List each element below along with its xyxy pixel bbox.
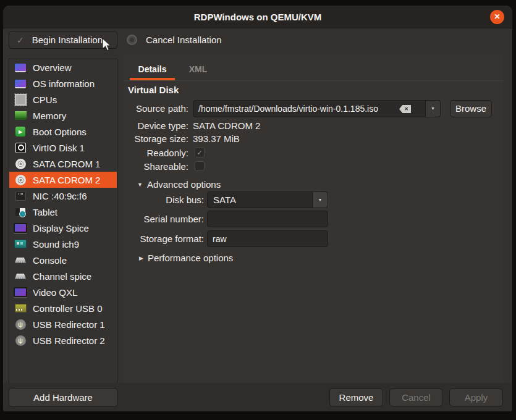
sidebar-item-sata-cdrom-1[interactable]: SATA CDROM 1: [9, 156, 117, 172]
readonly-checkbox[interactable]: ✓: [195, 148, 205, 158]
source-path-input[interactable]: /home/fmstrat/Downloads/virtio-win-0.1.1…: [193, 100, 441, 117]
source-path-value: /home/fmstrat/Downloads/virtio-win-0.1.1…: [193, 104, 378, 114]
sidebar-item-boot-options[interactable]: Boot Options: [9, 124, 117, 140]
performance-options-label: Performance options: [148, 253, 233, 263]
display-icon: [14, 287, 27, 298]
cancel-installation-label: Cancel Installation: [146, 35, 222, 45]
sidebar-item-video-qxl[interactable]: Video QXL: [9, 284, 117, 300]
sidebar-item-controller-usb-0[interactable]: Controller USB 0: [9, 300, 117, 316]
cpu-icon: [14, 94, 27, 105]
check-icon: ✓: [197, 149, 202, 156]
storage-format-input[interactable]: raw: [207, 230, 328, 247]
readonly-label: Readonly:: [124, 148, 188, 159]
serial-number-label: Serial number:: [124, 214, 204, 225]
cdrom-icon: [14, 174, 27, 185]
monitor-icon: [14, 62, 27, 73]
add-hardware-button[interactable]: Add Hardware: [9, 388, 117, 407]
disk-bus-value: SATA: [208, 195, 236, 205]
usb-icon: [14, 335, 27, 346]
expander-open-icon: ▼: [137, 182, 143, 188]
close-icon: ✕: [494, 12, 500, 21]
sidebar-item-tablet[interactable]: Tablet: [9, 204, 117, 220]
controller-icon: [14, 303, 27, 314]
storage-format-label: Storage format:: [124, 233, 204, 245]
cdrom-icon: [14, 158, 27, 169]
device-type-label: Device type:: [124, 120, 188, 132]
tab-details[interactable]: Details: [130, 60, 175, 80]
check-icon: ✓: [17, 35, 24, 45]
tab-divider: [124, 80, 504, 81]
sidebar-item-display-spice[interactable]: Display Spice: [9, 220, 117, 236]
disk-bus-label: Disk bus:: [124, 195, 204, 206]
chevron-down-icon: ▼: [312, 192, 328, 208]
nic-icon: [14, 190, 27, 201]
expander-closed-icon: ▶: [139, 255, 143, 261]
performance-options-expander[interactable]: ▶ Performance options: [139, 253, 233, 263]
sidebar-item-sata-cdrom-2[interactable]: SATA CDROM 2: [9, 172, 117, 188]
sidebar-item-console[interactable]: Console: [9, 252, 117, 268]
sidebar-item-channel-spice[interactable]: Channel spice: [9, 268, 117, 284]
device-type-value: SATA CDROM 2: [193, 120, 260, 132]
sidebar-item-cpus[interactable]: CPUs: [9, 91, 117, 107]
memory-icon: [14, 110, 27, 121]
chevron-down-icon: ▼: [431, 106, 435, 111]
boot-icon: [14, 126, 27, 137]
close-window-button[interactable]: ✕: [490, 10, 504, 24]
sidebar-item-usb-redirector-1[interactable]: USB Redirector 1: [9, 316, 117, 332]
sidebar-item-nic-40-9c-f6[interactable]: NIC :40:9c:f6: [9, 188, 117, 204]
source-path-label: Source path:: [124, 103, 188, 114]
sound-icon: [14, 238, 27, 250]
storage-format-value: raw: [208, 234, 227, 244]
advanced-options-expander[interactable]: ▼ Advanced options: [137, 179, 221, 190]
titlebar[interactable]: RDPWindows on QEMU/KVM ✕: [3, 6, 512, 28]
sidebar-item-memory[interactable]: Memory: [9, 107, 117, 124]
remove-button[interactable]: Remove: [329, 388, 383, 406]
storage-size-label: Storage size:: [124, 133, 188, 145]
usb-icon: [14, 319, 27, 330]
shareable-checkbox[interactable]: ✓: [195, 161, 205, 171]
serial-icon: [14, 254, 27, 266]
sidebar-item-os-information[interactable]: OS information: [9, 75, 117, 91]
browse-button[interactable]: Browse: [450, 100, 492, 117]
cancel-button[interactable]: Cancel: [389, 388, 443, 406]
sidebar-item-usb-redirector-2[interactable]: USB Redirector 2: [9, 332, 117, 348]
advanced-options-label: Advanced options: [147, 179, 221, 190]
section-title: Virtual Disk: [128, 85, 179, 95]
hardware-list: Overview OS information CPUs Memory Boot…: [9, 59, 117, 384]
source-path-dropdown-button[interactable]: ▼: [425, 101, 440, 117]
storage-size-value: 393.37 MiB: [193, 133, 240, 145]
serial-number-input[interactable]: [207, 211, 328, 227]
disk-icon: [14, 142, 27, 153]
disk-bus-select[interactable]: SATA ▼: [207, 191, 328, 208]
tablet-icon: [14, 206, 27, 217]
serial-icon: [14, 271, 27, 282]
shareable-label: Shareable:: [124, 161, 188, 172]
window-title: RDPWindows on QEMU/KVM: [3, 6, 512, 28]
display-icon: [14, 222, 27, 233]
sidebar-item-virtio-disk-1[interactable]: VirtIO Disk 1: [9, 140, 117, 156]
stop-icon: [127, 35, 137, 45]
cancel-installation-button[interactable]: Cancel Installation: [127, 31, 222, 49]
sidebar-item-overview[interactable]: Overview: [9, 59, 117, 75]
vm-details-window: RDPWindows on QEMU/KVM ✕ ✓ Begin Install…: [3, 6, 512, 411]
begin-installation-label: Begin Installation: [24, 35, 111, 45]
monitor-icon: [14, 78, 27, 89]
clear-entry-icon[interactable]: ✕: [399, 105, 411, 113]
tab-xml[interactable]: XML: [181, 60, 215, 80]
begin-installation-button[interactable]: ✓ Begin Installation: [9, 31, 117, 49]
sidebar-item-sound-ich9[interactable]: Sound ich9: [9, 236, 117, 252]
apply-button[interactable]: Apply: [449, 388, 503, 406]
mouse-cursor: [102, 38, 116, 52]
